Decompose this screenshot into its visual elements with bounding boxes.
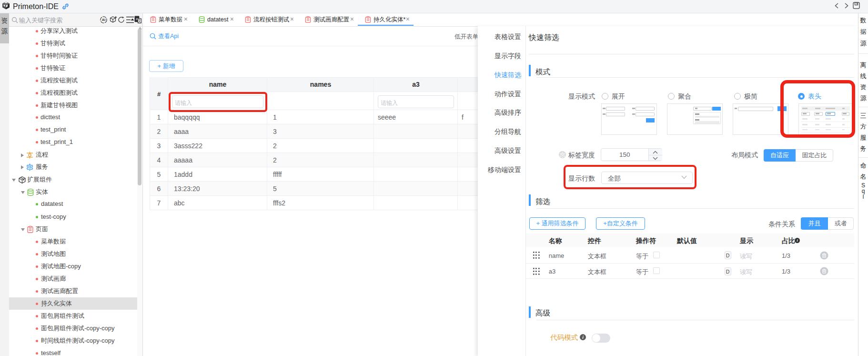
svg-text:AI: AI	[102, 18, 106, 22]
svg-text:文: 文	[138, 19, 141, 23]
